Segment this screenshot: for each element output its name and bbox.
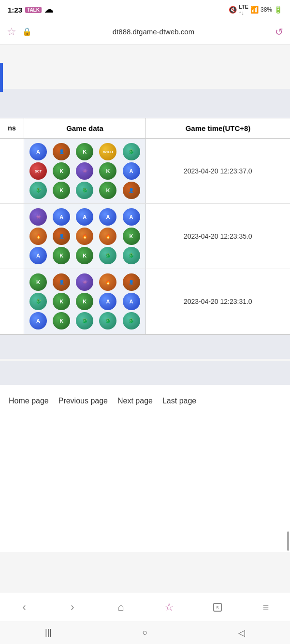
- slot-cell: WILD: [99, 143, 116, 160]
- nav-back-button[interactable]: ‹: [13, 598, 36, 616]
- slot-cell: A: [99, 208, 116, 226]
- slot-cell: A: [29, 143, 47, 160]
- slot-cell: 🔥: [99, 273, 116, 291]
- next-page-link[interactable]: Next page: [116, 395, 154, 407]
- slot-cell: K: [53, 247, 70, 264]
- refresh-icon[interactable]: ↺: [275, 26, 283, 38]
- table-header: ns Game data Game time(UTC+8): [0, 118, 290, 139]
- slot-cell: 👤: [53, 143, 70, 160]
- slot-cell: 🔥: [76, 228, 93, 245]
- status-icons: 🔇 LTE↑↓ 📶 38% 🔋: [229, 4, 282, 15]
- spacer-band-2: [0, 361, 290, 385]
- slot-cell: 🔥: [29, 228, 47, 245]
- col-header-ns: ns: [0, 118, 24, 138]
- row-gametime: 2023-04-20 12:23:31.0: [146, 294, 290, 309]
- nav-menu-button[interactable]: ≡: [254, 598, 277, 616]
- slot-cell: 🐉: [76, 312, 93, 329]
- slot-cell: 👤: [53, 273, 70, 291]
- slot-cell: A: [29, 312, 47, 329]
- nav-forward-button[interactable]: ›: [61, 598, 84, 616]
- slot-grid: A 👤 K WILD 🐉 SCT K 👾 K A 🐉 K 🐉 K 👤: [27, 143, 143, 200]
- slot-cell: 👾: [76, 273, 93, 291]
- slot-cell: 🐉: [123, 143, 140, 160]
- nav-bookmark-button[interactable]: ☆: [158, 598, 181, 616]
- row-gametime: 2023-04-20 12:23:35.0: [146, 229, 290, 244]
- slot-cell: 🔥: [99, 228, 116, 245]
- battery-text: 38%: [261, 6, 272, 13]
- nav-tabs-button[interactable]: 5: [206, 598, 229, 616]
- android-back-button[interactable]: ◁: [227, 624, 256, 642]
- slot-cell: 🐉: [99, 247, 116, 264]
- accent-bar: [0, 63, 3, 92]
- slot-cell: K: [76, 293, 93, 310]
- col-header-gametime: Game time(UTC+8): [146, 118, 290, 138]
- slot-cell: A: [99, 293, 116, 310]
- slot-cell: A: [123, 162, 140, 180]
- row-ns: [0, 204, 24, 269]
- lte-icon: LTE↑↓: [239, 4, 248, 15]
- time-display: 1:23: [8, 6, 22, 14]
- slot-cell: K: [53, 182, 70, 199]
- slot-cell: 👾: [29, 208, 47, 226]
- row-ns: [0, 269, 24, 334]
- slot-cell: K: [123, 228, 140, 245]
- slot-cell: 👤: [53, 228, 70, 245]
- slot-cell: K: [76, 247, 93, 264]
- previous-page-link[interactable]: Previous page: [58, 395, 109, 407]
- slot-grid: 👾 A A A A 🔥 👤 🔥 🔥 K A K K 🐉 🐉: [27, 208, 143, 265]
- home-page-link[interactable]: Home page: [8, 395, 50, 407]
- row-gamedata: A 👤 K WILD 🐉 SCT K 👾 K A 🐉 K 🐉 K 👤: [24, 139, 146, 203]
- row-gamedata: K 👤 👾 🔥 👤 🐉 K K A A A K 🐉 🐉 🐉: [24, 269, 146, 334]
- android-home-button[interactable]: ○: [130, 624, 160, 642]
- slot-cell: K: [53, 293, 70, 310]
- slot-cell: 🐉: [123, 312, 140, 329]
- slot-cell: 👤: [123, 182, 140, 199]
- pagination-area: Home page Previous page Next page Last p…: [0, 385, 290, 417]
- bottom-nav-bar: ‹ › ⌂ ☆ 5 ≡: [0, 593, 290, 621]
- slot-cell: 🐉: [123, 247, 140, 264]
- battery-icon: 🔋: [274, 6, 282, 14]
- table-row: 👾 A A A A 🔥 👤 🔥 🔥 K A K K 🐉 🐉 2023-04-20…: [0, 204, 290, 269]
- cloud-icon: ☁: [44, 4, 53, 15]
- signal-icon: 📶: [250, 6, 259, 14]
- header-band: [0, 89, 290, 118]
- status-bar: 1:23 TALK ☁ 🔇 LTE↑↓ 📶 38% 🔋: [0, 0, 290, 19]
- slot-cell: A: [76, 208, 93, 226]
- col-header-gamedata: Game data: [24, 118, 146, 138]
- slot-cell: K: [53, 162, 70, 180]
- slot-grid: K 👤 👾 🔥 👤 🐉 K K A A A K 🐉 🐉 🐉: [27, 273, 143, 330]
- url-display[interactable]: dt888.dtgame-dtweb.com: [38, 28, 269, 36]
- game-table: ns Game data Game time(UTC+8) A 👤 K WILD…: [0, 118, 290, 335]
- mute-icon: 🔇: [229, 6, 237, 14]
- slot-cell: K: [99, 182, 116, 199]
- table-row: K 👤 👾 🔥 👤 🐉 K K A A A K 🐉 🐉 🐉 2023-04-20…: [0, 269, 290, 334]
- svg-text:5: 5: [216, 605, 218, 610]
- slot-cell: 👾: [76, 162, 93, 180]
- slot-cell: A: [123, 293, 140, 310]
- slot-cell: 🐉: [76, 182, 93, 199]
- tabs-icon: 5: [212, 602, 223, 613]
- bookmark-star-icon[interactable]: ☆: [7, 26, 16, 38]
- status-time: 1:23 TALK ☁: [8, 4, 53, 15]
- scrollbar[interactable]: [287, 531, 289, 551]
- slot-cell: K: [29, 273, 47, 291]
- nav-home-button[interactable]: ⌂: [109, 598, 132, 616]
- slot-cell: K: [99, 162, 116, 180]
- slot-cell: K: [53, 312, 70, 329]
- table-row: A 👤 K WILD 🐉 SCT K 👾 K A 🐉 K 🐉 K 👤 2023-…: [0, 139, 290, 204]
- empty-content-area: [0, 417, 290, 552]
- slot-cell: A: [29, 247, 47, 264]
- android-nav-bar: ||| ○ ◁: [0, 621, 290, 644]
- slot-cell: 🐉: [99, 312, 116, 329]
- slot-cell: A: [123, 208, 140, 226]
- slot-cell: A: [53, 208, 70, 226]
- lock-icon: 🔒: [22, 27, 32, 36]
- last-page-link[interactable]: Last page: [161, 395, 197, 407]
- android-recent-button[interactable]: |||: [34, 624, 63, 642]
- slot-cell: 👤: [123, 273, 140, 291]
- talk-badge: TALK: [25, 7, 42, 13]
- row-gamedata: 👾 A A A A 🔥 👤 🔥 🔥 K A K K 🐉 🐉: [24, 204, 146, 269]
- slot-cell: 🐉: [29, 182, 47, 199]
- row-gametime: 2023-04-20 12:23:37.0: [146, 163, 290, 179]
- spacer-band-1: [0, 335, 290, 359]
